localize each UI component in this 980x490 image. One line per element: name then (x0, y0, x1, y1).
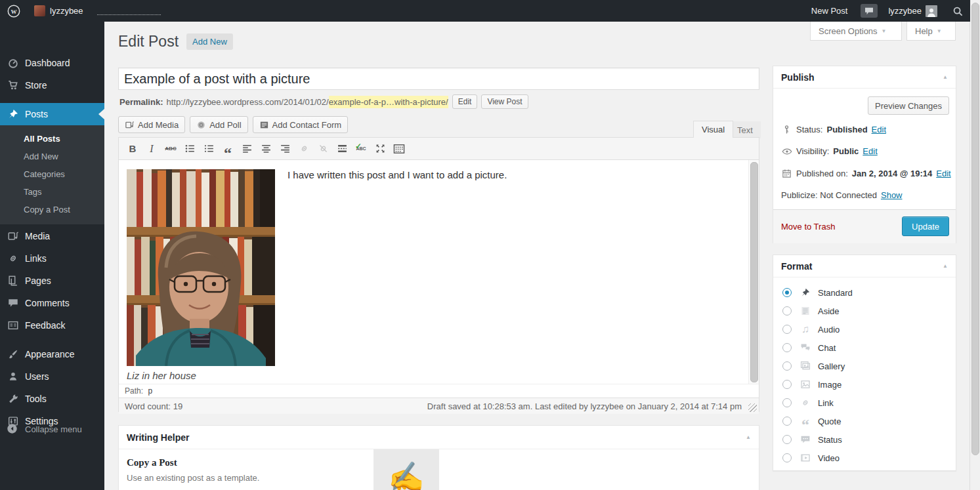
my-account-link[interactable]: lyzzybee (888, 5, 937, 17)
radio[interactable] (782, 306, 792, 316)
post-image[interactable] (127, 169, 275, 366)
format-option-aside[interactable]: Aside (773, 302, 956, 320)
fullscreen-icon[interactable] (372, 141, 389, 157)
strikethrough-icon[interactable]: ABC (162, 141, 179, 157)
collapse-menu-button[interactable]: Collapse menu (0, 418, 104, 441)
format-option-chat[interactable]: Chat (773, 338, 956, 357)
notifications-button[interactable] (861, 4, 878, 18)
sidebar-item-dashboard[interactable]: Dashboard (0, 52, 104, 74)
radio[interactable] (782, 417, 792, 426)
sidebar-item-posts[interactable]: Posts (0, 103, 104, 125)
radio[interactable] (782, 453, 792, 462)
format-option-quote[interactable]: “ Quote (773, 412, 956, 430)
radio-selected[interactable] (782, 288, 792, 297)
align-center-icon[interactable] (257, 141, 274, 157)
sidebar-item-tools[interactable]: Tools (0, 388, 104, 410)
move-to-trash-link[interactable]: Move to Trash (781, 222, 835, 232)
format-box: Format ▲ Standard Aside ♫ Audio (773, 255, 956, 471)
format-option-link[interactable]: Link (773, 394, 956, 412)
bold-icon[interactable]: B (124, 141, 141, 157)
format-option-status[interactable]: Status (773, 430, 956, 449)
tab-visual[interactable]: Visual (693, 121, 733, 138)
update-button[interactable]: Update (902, 216, 949, 236)
sidebar-item-pages[interactable]: Pages (0, 270, 104, 292)
preview-changes-button[interactable]: Preview Changes (868, 96, 949, 115)
format-header[interactable]: Format ▲ (773, 255, 956, 277)
italic-icon[interactable]: I (143, 141, 160, 157)
align-right-icon[interactable] (276, 141, 293, 157)
copy-a-post-title[interactable]: Copy a Post (127, 457, 177, 468)
radio[interactable] (782, 380, 792, 389)
add-new-button[interactable]: Add New (186, 33, 233, 50)
wordpress-logo-icon[interactable]: W (5, 0, 22, 22)
add-media-button[interactable]: Add Media (118, 116, 185, 133)
user-name: lyzzybee (888, 6, 922, 16)
collapse-toggle-icon[interactable]: ▲ (746, 434, 751, 440)
window-scrollbar-thumb[interactable] (971, 3, 979, 455)
blockquote-icon[interactable]: “ (219, 137, 236, 161)
editor-resize-handle[interactable] (748, 403, 757, 412)
format-option-video[interactable]: Video (773, 449, 956, 467)
sidebar-item-links[interactable]: Links (0, 247, 104, 270)
sidebar-item-store[interactable]: Store (0, 74, 104, 96)
edit-status-link[interactable]: Edit (872, 125, 886, 134)
sidebar-item-media[interactable]: Media (0, 225, 104, 247)
sidebar-item-comments[interactable]: Comments (0, 292, 104, 314)
remove-link-icon[interactable] (314, 141, 331, 157)
editor-scrollbar-thumb[interactable] (750, 162, 758, 382)
format-option-standard[interactable]: Standard (773, 283, 956, 302)
site-menu[interactable] (34, 0, 45, 22)
sidebar-item-tags[interactable]: Tags (0, 183, 104, 201)
search-icon[interactable] (952, 5, 964, 17)
tools-icon (7, 392, 20, 405)
publish-actions: Move to Trash Update (773, 209, 956, 243)
tab-text[interactable]: Text (729, 121, 761, 138)
help-tab[interactable]: Help ▼ (906, 22, 956, 41)
format-option-audio[interactable]: ♫ Audio (773, 320, 956, 338)
bulleted-list-icon[interactable] (181, 141, 198, 157)
publicize-show-link[interactable]: Show (881, 190, 903, 200)
numbered-list-icon[interactable] (200, 141, 217, 157)
image-icon (799, 378, 811, 390)
post-title-input[interactable] (118, 68, 759, 90)
sidebar-item-feedback[interactable]: Feedback (0, 314, 104, 337)
radio[interactable] (782, 343, 792, 352)
edit-permalink-button[interactable]: Edit (452, 94, 478, 109)
radio[interactable] (782, 398, 792, 407)
site-name-link[interactable]: lyzzybee (50, 0, 83, 22)
add-poll-button[interactable]: Add Poll (190, 116, 247, 133)
sidebar-item-copy-a-post[interactable]: Copy a Post (0, 201, 104, 218)
radio[interactable] (782, 361, 792, 371)
edit-visibility-link[interactable]: Edit (863, 146, 877, 156)
sidebar-item-users[interactable]: Users (0, 365, 104, 388)
collapse-toggle-icon[interactable]: ▲ (943, 74, 948, 80)
sidebar-item-add-new[interactable]: Add New (0, 148, 104, 165)
format-option-gallery[interactable]: Gallery (773, 357, 956, 375)
align-left-icon[interactable] (238, 141, 255, 157)
format-option-image[interactable]: Image (773, 375, 956, 394)
status-value: Published (826, 125, 867, 134)
radio[interactable] (782, 435, 792, 444)
collapse-toggle-icon[interactable]: ▲ (943, 263, 948, 269)
sidebar-item-appearance[interactable]: Appearance (0, 343, 104, 365)
editor-content-area[interactable]: I have written this post and I want to a… (119, 160, 759, 384)
writing-helper-header[interactable]: Writing Helper ▲ (119, 426, 759, 449)
editor-scrollbar[interactable] (748, 160, 759, 384)
sidebar-item-categories[interactable]: Categories (0, 165, 104, 183)
new-post-link[interactable]: New Post (811, 6, 848, 16)
publish-header[interactable]: Publish ▲ (773, 66, 956, 89)
insert-more-tag-icon[interactable] (333, 141, 351, 157)
edit-published-link[interactable]: Edit (936, 169, 950, 178)
window-scrollbar[interactable] (969, 0, 980, 490)
proofread-icon[interactable]: ABC✓ (352, 141, 370, 157)
sidebar-item-all-posts[interactable]: All Posts (0, 130, 104, 148)
add-contact-form-button[interactable]: Add Contact Form (253, 116, 349, 133)
path-value[interactable]: p (148, 386, 152, 396)
screen-options-tab[interactable]: Screen Options ▼ (810, 22, 902, 41)
radio[interactable] (782, 325, 792, 334)
view-post-button[interactable]: View Post (481, 94, 528, 109)
toolbar-toggle-icon[interactable] (391, 141, 408, 157)
insert-link-icon[interactable] (295, 141, 312, 157)
quote-icon: “ (799, 412, 811, 430)
editor-toolbar: B I ABC “ (119, 138, 759, 160)
